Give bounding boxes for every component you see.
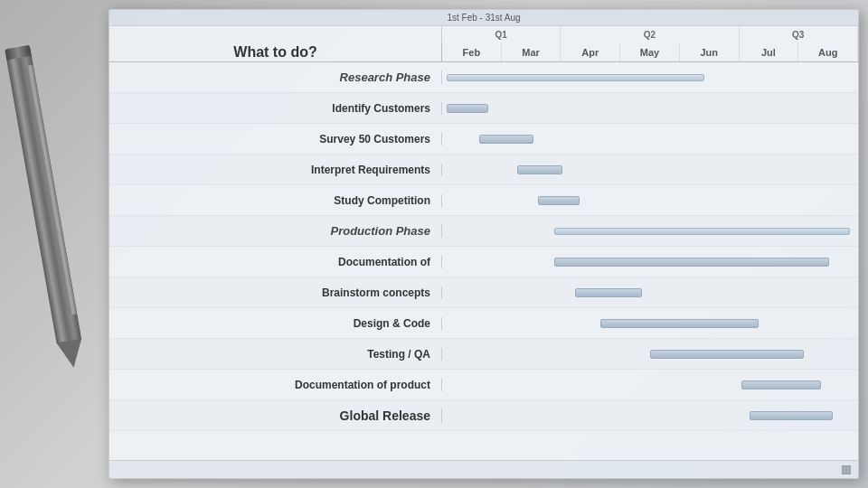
gantt-bar-design (600, 319, 759, 328)
what-to-do-text: What to do? (233, 44, 316, 61)
task-bar-area-identify (442, 93, 858, 123)
table-row: Survey 50 Customers (109, 124, 858, 155)
what-to-do-label: What to do? (109, 42, 442, 61)
bottom-icon (842, 465, 851, 474)
task-label-research-phase: Research Phase (109, 70, 442, 84)
gantt-bar-testing (650, 350, 804, 359)
q1-label: Q1 (442, 26, 561, 42)
month-aug: Aug (798, 42, 858, 61)
month-feb: Feb (442, 42, 502, 61)
date-range: 1st Feb - 31st Aug (447, 13, 520, 23)
task-bar-area-research-phase (442, 62, 858, 92)
task-bar-area-interpret (442, 155, 858, 184)
task-label-doc-product: Documentation of product (109, 379, 442, 391)
chart-paper: 1st Feb - 31st Aug Q1 Q2 Q3 What to do? … (108, 9, 859, 479)
task-label-documentation: Documentation of (109, 256, 442, 268)
task-bar-area-survey (442, 124, 858, 154)
q2-label: Q2 (561, 26, 739, 42)
task-label-global-release: Global Release (109, 408, 442, 423)
gantt-bar-production-phase (554, 228, 850, 235)
task-label-testing: Testing / QA (109, 348, 442, 361)
gantt-bar-interpret (517, 165, 563, 174)
task-bar-area-brainstorm (442, 277, 858, 307)
task-label-survey: Survey 50 Customers (109, 133, 442, 145)
gantt-bar-research-phase (447, 74, 704, 81)
task-bar-area-design (442, 308, 858, 338)
month-may: May (620, 42, 680, 61)
task-bar-area-doc-product (442, 370, 858, 399)
quarter-header: Q1 Q2 Q3 (109, 26, 858, 42)
date-bar: 1st Feb - 31st Aug (109, 10, 858, 26)
table-row: Brainstorm concepts (109, 277, 858, 308)
table-row: Interpret Requirements (109, 155, 858, 185)
table-row: Documentation of product (109, 370, 858, 400)
month-jul: Jul (740, 42, 799, 61)
task-bar-area-study (442, 185, 858, 215)
quarters-area: Q1 Q2 Q3 (442, 26, 858, 42)
table-row: Production Phase (109, 216, 858, 247)
task-label-design-code: Design & Code (109, 317, 442, 330)
table-row: Study Competition (109, 185, 858, 216)
task-bar-area-production-phase (442, 216, 858, 246)
gantt-bar-identify (447, 104, 488, 113)
gantt-bar-study (538, 196, 580, 205)
task-label-identify-customers: Identify Customers (109, 102, 442, 115)
table-row: Documentation of (109, 247, 858, 277)
task-label-production-phase: Production Phase (109, 224, 442, 238)
task-label-interpret: Interpret Requirements (109, 164, 442, 176)
table-row: Global Release (109, 400, 858, 431)
month-apr: Apr (561, 42, 620, 61)
task-bar-area-global (442, 400, 858, 430)
quarter-label-spacer (109, 26, 442, 42)
gantt-bar-documentation (554, 258, 829, 267)
month-jun: Jun (680, 42, 740, 61)
table-row: Design & Code (109, 308, 858, 339)
gantt-bar-survey (479, 135, 533, 144)
table-row: Identify Customers (109, 93, 858, 124)
bottom-bar (109, 460, 858, 478)
task-bar-area-documentation (442, 247, 858, 277)
q3-label: Q3 (740, 26, 858, 42)
task-label-study-competition: Study Competition (109, 194, 442, 207)
table-row: Testing / QA (109, 339, 858, 370)
month-mar: Mar (502, 42, 561, 61)
task-bar-area-testing (442, 339, 858, 369)
table-row: Research Phase (109, 62, 858, 93)
months-area: Feb Mar Apr May Jun Jul Aug (442, 42, 858, 61)
tasks-container: Research Phase Identify Customers Survey… (109, 62, 858, 478)
gantt-bar-global (750, 411, 833, 420)
month-header: What to do? Feb Mar Apr May Jun Jul Aug (109, 42, 858, 62)
gantt-bar-doc-product (741, 380, 820, 389)
gantt-bar-brainstorm (575, 288, 642, 297)
task-label-brainstorm: Brainstorm concepts (109, 286, 442, 299)
